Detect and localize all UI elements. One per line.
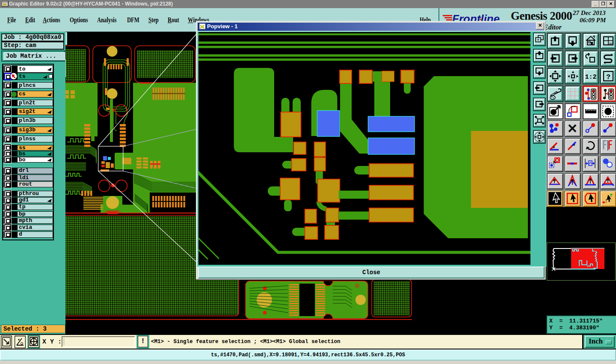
svg-text:1:2: 1:2 — [585, 74, 596, 81]
svg-text:?: ? — [606, 74, 610, 81]
svg-text:XY: XY — [609, 42, 613, 45]
